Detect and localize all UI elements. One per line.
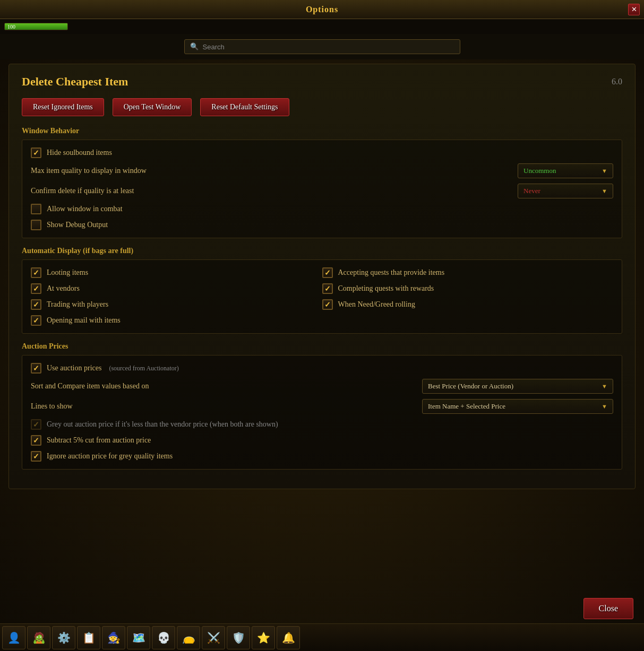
sort-compare-dropdown[interactable]: Best Price (Vendor or Auction) ▼ [422,379,613,394]
sort-compare-value: Best Price (Vendor or Auction) [428,382,513,390]
subtract-5pct-checkbox[interactable] [31,435,41,446]
max-quality-arrow-icon: ▼ [602,168,607,174]
accepting-quests-checkbox[interactable] [322,267,333,278]
show-debug-row: Show Debug Output [31,220,613,230]
show-debug-label: Show Debug Output [47,221,108,229]
lines-to-show-arrow-icon: ▼ [602,403,607,410]
hide-soulbound-checkbox[interactable] [31,147,41,158]
panel-title: Delete Cheapest Item [22,75,128,89]
lines-to-show-row: Lines to show Item Name + Selected Price… [31,399,613,414]
auto-display-section-label: Automatic Display (if bags are full) [22,247,622,255]
taskbar-btn-5[interactable]: 🗺️ [127,626,150,649]
title-bar: Options ✕ [0,0,644,19]
main-panel: Delete Cheapest Item 6.0 Reset Ignored I… [8,64,636,489]
subtract-5pct-row: Subtract 5% cut from auction price [31,435,613,446]
subtract-5pct-label: Subtract 5% cut from auction price [47,436,151,445]
opening-mail-checkbox[interactable] [31,315,41,326]
ignore-grey-checkbox[interactable] [31,451,41,462]
search-box[interactable]: 🔍 [184,39,460,54]
sort-compare-arrow-icon: ▼ [602,383,607,389]
window-title: Options [306,5,338,14]
action-buttons: Reset Ignored Items Open Test Window Res… [22,98,622,116]
open-test-window-button[interactable]: Open Test Window [113,98,192,116]
need-greed-label: When Need/Greed rolling [338,300,415,309]
taskbar-btn-11[interactable]: 🔔 [277,626,300,649]
accepting-quests-row: Accepting quests that provide items [322,267,614,278]
confirm-delete-label: Confirm delete if quality is at least [31,187,134,195]
confirm-delete-value: Never [523,187,540,195]
allow-combat-row: Allow window in combat [31,204,613,214]
auction-prices-box: Use auction prices (sourced from Auction… [22,355,622,470]
reset-ignored-button[interactable]: Reset Ignored Items [22,98,104,116]
hide-soulbound-label: Hide soulbound items [47,149,112,157]
at-vendors-row: At vendors [31,283,322,294]
auto-display-grid: Looting items Accepting quests that prov… [31,267,613,326]
taskbar-btn-4[interactable]: 🧙 [102,626,125,649]
completing-quests-checkbox[interactable] [322,283,333,294]
max-quality-value: Uncommon [523,167,556,175]
window-behavior-box: Hide soulbound items Max item quality to… [22,140,622,238]
taskbar-btn-7[interactable]: 👝 [177,626,200,649]
looting-items-row: Looting items [31,267,322,278]
taskbar-btn-1[interactable]: 🧟 [27,626,50,649]
grey-out-label: Grey out auction price if it's less than… [47,420,278,429]
search-icon: 🔍 [190,42,199,51]
search-input[interactable] [203,43,454,51]
search-area: 🔍 [0,34,644,59]
taskbar-btn-3[interactable]: 📋 [77,626,100,649]
lines-to-show-label: Lines to show [31,402,73,411]
looting-items-checkbox[interactable] [31,267,41,278]
need-greed-checkbox[interactable] [322,299,333,310]
title-row: Delete Cheapest Item 6.0 [22,75,622,89]
max-quality-label: Max item quality to display in window [31,167,147,175]
hide-soulbound-row: Hide soulbound items [31,147,613,158]
max-quality-dropdown[interactable]: Uncommon ▼ [518,163,613,178]
auction-source-text: (sourced from Auctionator) [109,364,178,372]
sort-compare-row: Sort and Compare item values based on Be… [31,379,613,394]
window-behavior-section-label: Window Behavior [22,127,622,135]
auto-display-box: Looting items Accepting quests that prov… [22,259,622,334]
taskbar-btn-10[interactable]: ⭐ [252,626,275,649]
taskbar-btn-0[interactable]: 👤 [2,626,25,649]
opening-mail-row: Opening mail with items [31,315,322,326]
version-label: 6.0 [612,77,622,86]
show-debug-checkbox[interactable] [31,220,41,230]
trading-players-checkbox[interactable] [31,299,41,310]
allow-combat-checkbox[interactable] [31,204,41,214]
grey-out-checkbox[interactable] [31,419,41,430]
completing-quests-row: Completing quests with rewards [322,283,614,294]
at-vendors-checkbox[interactable] [31,283,41,294]
taskbar-btn-8[interactable]: ⚔️ [202,626,225,649]
ignore-grey-row: Ignore auction price for grey quality it… [31,451,613,462]
completing-quests-label: Completing quests with rewards [338,284,434,293]
taskbar-btn-9[interactable]: 🛡️ [227,626,250,649]
confirm-delete-dropdown[interactable]: Never ▼ [518,184,613,198]
auction-prices-section-label: Auction Prices [22,342,622,351]
trading-players-label: Trading with players [47,300,108,309]
confirm-delete-arrow-icon: ▼ [602,188,607,194]
reset-defaults-button[interactable]: Reset Default Settings [200,98,289,116]
grey-out-row: Grey out auction price if it's less than… [31,419,613,430]
xp-bar-area: 100 [0,19,644,34]
allow-combat-label: Allow window in combat [47,205,123,213]
max-quality-row: Max item quality to display in window Un… [31,163,613,178]
opening-mail-label: Opening mail with items [47,316,121,325]
need-greed-row: When Need/Greed rolling [322,299,614,310]
use-auction-label: Use auction prices [47,364,101,372]
ignore-grey-label: Ignore auction price for grey quality it… [47,452,173,461]
taskbar-btn-2[interactable]: ⚙️ [52,626,75,649]
close-button[interactable]: Close [583,598,633,619]
taskbar: 👤 🧟 ⚙️ 📋 🧙 🗺️ 💀 👝 ⚔️ 🛡️ ⭐ 🔔 [0,623,644,651]
at-vendors-label: At vendors [47,284,80,293]
taskbar-btn-6[interactable]: 💀 [152,626,175,649]
trading-players-row: Trading with players [31,299,322,310]
close-button-area: Close [583,598,633,619]
lines-to-show-value: Item Name + Selected Price [428,402,505,411]
looting-items-label: Looting items [47,268,88,277]
sort-compare-label: Sort and Compare item values based on [31,382,149,390]
use-auction-checkbox[interactable] [31,363,41,374]
accepting-quests-label: Accepting quests that provide items [338,268,445,277]
close-icon-top[interactable]: ✕ [628,4,640,15]
use-auction-row: Use auction prices (sourced from Auction… [31,363,613,374]
lines-to-show-dropdown[interactable]: Item Name + Selected Price ▼ [422,399,613,414]
